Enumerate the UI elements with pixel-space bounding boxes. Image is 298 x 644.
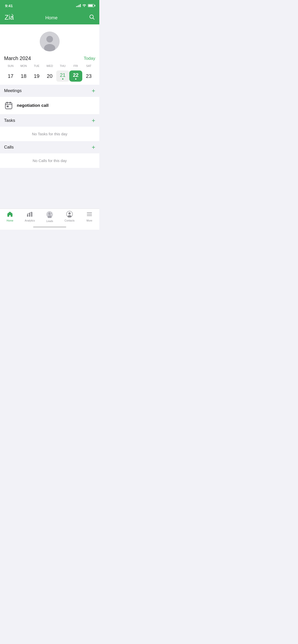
- calendar-day-19[interactable]: 19: [30, 70, 43, 82]
- empty-background: [0, 168, 99, 209]
- calls-title: Calls: [4, 145, 14, 150]
- tasks-empty-state: No Tasks for this day: [0, 127, 99, 141]
- weekday-thu: THU: [56, 63, 69, 68]
- weekday-mon: MON: [17, 63, 30, 68]
- more-label: More: [87, 219, 92, 222]
- day-dot-22: [75, 78, 76, 80]
- svg-point-24: [68, 215, 72, 217]
- tasks-title: Tasks: [4, 118, 15, 123]
- home-icon: [7, 211, 13, 218]
- meeting-calendar-icon: [4, 101, 13, 110]
- meetings-title: Meetings: [4, 88, 22, 93]
- calls-section-header: Calls +: [0, 141, 99, 153]
- calendar-month: March 2024: [4, 55, 31, 61]
- svg-point-21: [51, 213, 52, 214]
- weekday-fri: FRI: [69, 63, 82, 68]
- search-icon[interactable]: [89, 14, 95, 21]
- svg-point-23: [69, 212, 71, 215]
- meeting-title: negotiation call: [17, 103, 49, 108]
- svg-point-14: [27, 214, 28, 214]
- svg-rect-12: [29, 213, 30, 217]
- add-call-button[interactable]: +: [92, 144, 95, 150]
- calendar-weekdays: SUN MON TUE WED THU FRI SAT: [4, 63, 95, 68]
- leads-icon: [46, 211, 53, 219]
- top-nav: Zia Home: [0, 11, 99, 24]
- nav-leads[interactable]: Leads: [40, 209, 60, 225]
- calendar-day-20[interactable]: 20: [43, 70, 56, 82]
- svg-point-15: [30, 213, 30, 213]
- content-area: March 2024 Today SUN MON TUE WED THU FRI…: [0, 24, 99, 209]
- status-time: 9:41: [5, 4, 13, 8]
- avatar-section: [0, 24, 99, 55]
- calendar-day-18[interactable]: 18: [17, 70, 30, 82]
- meetings-section-header: Meetings +: [0, 85, 99, 97]
- calendar-days: 17 18 19 20 21 22: [4, 70, 95, 82]
- analytics-label: Analytics: [25, 219, 35, 222]
- today-button[interactable]: Today: [84, 56, 95, 61]
- tasks-section-header: Tasks +: [0, 114, 99, 127]
- day-dot-21: [62, 78, 63, 80]
- weekday-wed: WED: [43, 63, 56, 68]
- wifi-icon: [82, 4, 86, 8]
- nav-more[interactable]: More: [79, 209, 99, 225]
- nav-home[interactable]: Home: [0, 209, 20, 225]
- weekday-tue: TUE: [30, 63, 43, 68]
- calendar-header: March 2024 Today: [4, 55, 95, 61]
- svg-rect-13: [31, 212, 32, 217]
- battery-icon: [88, 4, 94, 7]
- weekday-sat: SAT: [82, 63, 95, 68]
- contacts-label: Contacts: [64, 219, 74, 222]
- svg-point-4: [46, 36, 53, 42]
- calls-empty-state: No Calls for this day: [0, 153, 99, 168]
- calendar-day-23[interactable]: 23: [82, 70, 95, 82]
- nav-contacts[interactable]: Contacts: [60, 209, 79, 225]
- home-label: Home: [7, 219, 13, 222]
- page-title: Home: [45, 15, 58, 21]
- status-icons: [76, 4, 94, 8]
- status-bar: 9:41: [0, 0, 99, 11]
- svg-line-2: [93, 18, 94, 20]
- svg-point-16: [31, 212, 32, 213]
- calendar-day-21[interactable]: 21: [56, 70, 69, 82]
- meeting-item[interactable]: negotiation call: [0, 97, 99, 114]
- calendar-day-17[interactable]: 17: [4, 70, 17, 82]
- calendar-section: March 2024 Today SUN MON TUE WED THU FRI…: [0, 55, 99, 85]
- calendar-day-22[interactable]: 22: [69, 70, 82, 82]
- svg-rect-6: [5, 103, 12, 109]
- weekday-sun: SUN: [4, 63, 17, 68]
- more-icon: [86, 211, 93, 218]
- home-indicator: [33, 226, 66, 228]
- svg-rect-10: [7, 106, 9, 107]
- leads-label: Leads: [46, 220, 53, 223]
- contacts-icon: [66, 211, 73, 218]
- zia-logo[interactable]: Zia: [5, 13, 14, 23]
- analytics-icon: [26, 211, 33, 218]
- nav-analytics[interactable]: Analytics: [20, 209, 40, 225]
- signal-icon: [76, 4, 81, 7]
- add-meeting-button[interactable]: +: [92, 88, 95, 94]
- svg-rect-11: [27, 214, 28, 217]
- avatar[interactable]: [40, 32, 60, 51]
- add-task-button[interactable]: +: [92, 118, 95, 124]
